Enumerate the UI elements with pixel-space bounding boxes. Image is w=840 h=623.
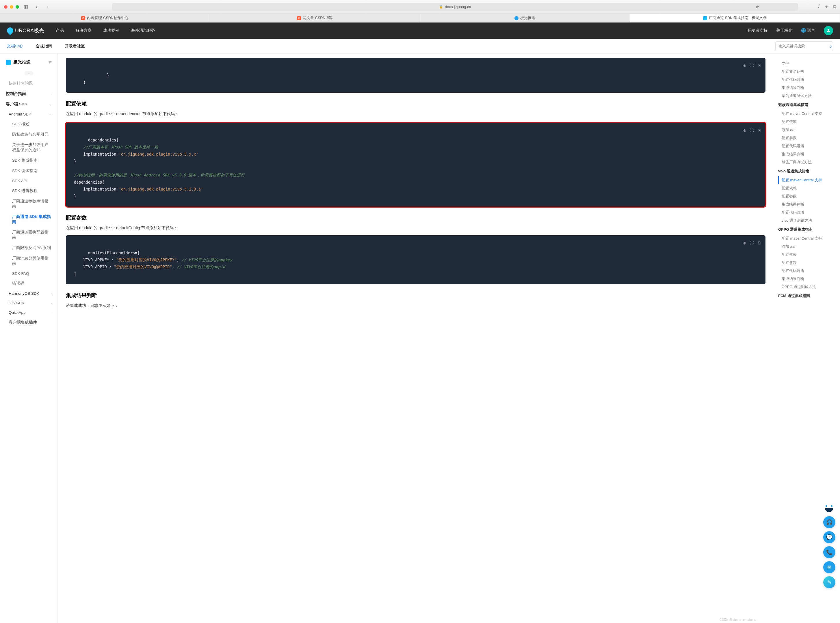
sidebar-item[interactable]: 关于进一步加强用户权益保护的通知: [0, 140, 57, 155]
edit-button[interactable]: ✎: [823, 576, 835, 588]
toc-item[interactable]: 添加 aar: [778, 126, 835, 134]
toc-item[interactable]: 配置签名证书: [778, 68, 835, 76]
sidebar-item[interactable]: 厂商通道 SDK 集成指南: [0, 212, 57, 227]
chevron-icon: ›: [51, 92, 52, 95]
sidebar-item[interactable]: 客户端 SDK⌄: [0, 99, 57, 109]
toc-item[interactable]: 配置依赖: [778, 118, 835, 126]
sidebar-quick-troubleshoot[interactable]: 快速排查问题: [0, 78, 57, 89]
toc-item[interactable]: 配置代码混淆: [778, 76, 835, 84]
phone-button[interactable]: 📞: [823, 546, 835, 559]
toc-item[interactable]: 魅族厂商测试方法: [778, 158, 835, 166]
reload-icon[interactable]: ⟳: [756, 5, 759, 9]
search-box[interactable]: ⌕: [775, 41, 833, 51]
copy-icon[interactable]: ⎘: [758, 127, 760, 134]
back-button[interactable]: ‹: [32, 3, 41, 11]
toc-item[interactable]: 文件: [778, 60, 835, 68]
toc-item[interactable]: 集成结果判断: [778, 84, 835, 92]
sidebar-collapse-indicator[interactable]: ⌄: [0, 69, 57, 78]
search-input[interactable]: [778, 44, 827, 48]
toc-item[interactable]: 配置 mavenCentral 支持: [778, 235, 835, 242]
nav-developer-support[interactable]: 开发者支持: [747, 28, 768, 33]
sidebar-item[interactable]: 错误码: [0, 278, 57, 289]
sidebar-item[interactable]: 厂商消息分类使用指南: [0, 253, 57, 269]
nav-overseas[interactable]: 海外消息服务: [131, 28, 155, 33]
toc-item[interactable]: 配置参数: [778, 192, 835, 200]
heading-params: 配置参数: [66, 214, 766, 221]
nav-language[interactable]: 🌐 语言: [801, 28, 815, 33]
sidebar-item[interactable]: QuickApp›: [0, 308, 57, 317]
swap-icon[interactable]: ⇄: [49, 60, 52, 64]
fullscreen-icon[interactable]: ⛶: [750, 239, 754, 246]
copy-icon[interactable]: ⎘: [758, 62, 760, 69]
fullscreen-icon[interactable]: ⛶: [750, 62, 754, 69]
subnav-community[interactable]: 开发者社区: [65, 44, 85, 49]
toc-item[interactable]: 华为通道测试方法: [778, 92, 835, 100]
toc-item[interactable]: OPPO 通道测试方法: [778, 283, 835, 291]
browser-tab[interactable]: C写文章-CSDN博客: [210, 14, 420, 22]
toc-item[interactable]: 集成结果判断: [778, 275, 835, 283]
toc-item[interactable]: 配置代码混淆: [778, 142, 835, 150]
toc-item[interactable]: 集成结果判断: [778, 150, 835, 158]
mascot-icon[interactable]: [823, 505, 835, 512]
toc-item[interactable]: 配置代码混淆: [778, 209, 835, 216]
sidebar-item[interactable]: iOS SDK›: [0, 298, 57, 308]
share-icon[interactable]: ⤴: [818, 4, 820, 10]
theme-toggle-icon[interactable]: ◐: [743, 127, 746, 134]
sidebar-item[interactable]: SDK 调试指南: [0, 166, 57, 176]
browser-tab[interactable]: C内容管理-CSDN创作中心: [0, 14, 210, 22]
toc-item[interactable]: 配置依赖: [778, 184, 835, 192]
nav-solutions[interactable]: 解决方案: [75, 28, 92, 33]
sidebar-item[interactable]: SDK 进阶教程: [0, 186, 57, 196]
sidebar-item[interactable]: HarmonyOS SDK›: [0, 289, 57, 298]
toc-item[interactable]: 集成结果判断: [778, 200, 835, 209]
wechat-button[interactable]: 💬: [823, 531, 835, 543]
sidebar-item[interactable]: Android SDK⌄: [0, 109, 57, 119]
sidebar-item[interactable]: 厂商限额及 QPS 限制: [0, 243, 57, 253]
toc-section-title[interactable]: vivo 通道集成指南: [778, 166, 835, 176]
sidebar-item[interactable]: SDK 集成指南: [0, 155, 57, 166]
toc-item[interactable]: 配置依赖: [778, 250, 835, 259]
copy-icon[interactable]: ⎘: [758, 239, 760, 246]
toc-item[interactable]: 配置参数: [778, 134, 835, 142]
toc-item[interactable]: 配置代码混淆: [778, 267, 835, 275]
close-window-button[interactable]: [4, 5, 8, 9]
sidebar-toggle-button[interactable]: ▥: [22, 3, 30, 11]
address-bar[interactable]: 🔒 docs.jiguang.cn ⟳: [112, 3, 798, 11]
maximize-window-button[interactable]: [15, 5, 19, 9]
subnav-docs[interactable]: 文档中心: [7, 44, 23, 49]
sidebar-item[interactable]: SDK API: [0, 176, 57, 186]
toc-item[interactable]: 配置 mavenCentral 支持: [778, 176, 835, 184]
subnav-compliance[interactable]: 合规指南: [36, 44, 52, 49]
nav-cases[interactable]: 成功案例: [103, 28, 119, 33]
new-tab-icon[interactable]: ＋: [824, 4, 829, 10]
toc-item[interactable]: vivo 通道测试方法: [778, 216, 835, 225]
toc-section-title[interactable]: 魅族通道集成指南: [778, 100, 835, 110]
search-icon[interactable]: ⌕: [829, 44, 832, 49]
theme-toggle-icon[interactable]: ◐: [743, 62, 746, 69]
nav-products[interactable]: 产品: [56, 28, 64, 33]
toc-item[interactable]: 配置 mavenCentral 支持: [778, 110, 835, 118]
minimize-window-button[interactable]: [10, 5, 13, 9]
logo[interactable]: URORA极光: [7, 27, 44, 34]
toc-section-title[interactable]: OPPO 通道集成指南: [778, 225, 835, 235]
sidebar-title[interactable]: 极光推送 ⇄: [0, 58, 57, 69]
browser-tab-active[interactable]: 厂商通道 SDK 集成指南 - 极光文档: [630, 14, 840, 22]
sidebar-item[interactable]: 客户端集成插件: [0, 317, 57, 328]
headset-support-button[interactable]: 🎧: [823, 516, 835, 528]
toc-item[interactable]: 配置参数: [778, 259, 835, 267]
sidebar-item[interactable]: 厂商通道参数申请指南: [0, 196, 57, 212]
sidebar-item[interactable]: 隐私政策与合规引导: [0, 129, 57, 140]
sidebar-item[interactable]: 厂商通道回执配置指南: [0, 227, 57, 243]
sidebar-item[interactable]: SDK FAQ: [0, 269, 57, 278]
nav-about[interactable]: 关于极光: [776, 28, 792, 33]
email-button[interactable]: ✉: [823, 561, 835, 573]
theme-toggle-icon[interactable]: ◐: [743, 239, 746, 246]
tabs-overview-icon[interactable]: ⧉: [833, 4, 836, 10]
avatar[interactable]: [824, 26, 833, 35]
sidebar-item[interactable]: 控制台指南›: [0, 89, 57, 99]
sidebar-item[interactable]: SDK 概述: [0, 119, 57, 129]
fullscreen-icon[interactable]: ⛶: [750, 127, 754, 134]
browser-tab[interactable]: 极光推送: [420, 14, 630, 22]
toc-item[interactable]: 添加 aar: [778, 242, 835, 250]
toc-section-title[interactable]: FCM 通道集成指南: [778, 291, 835, 301]
